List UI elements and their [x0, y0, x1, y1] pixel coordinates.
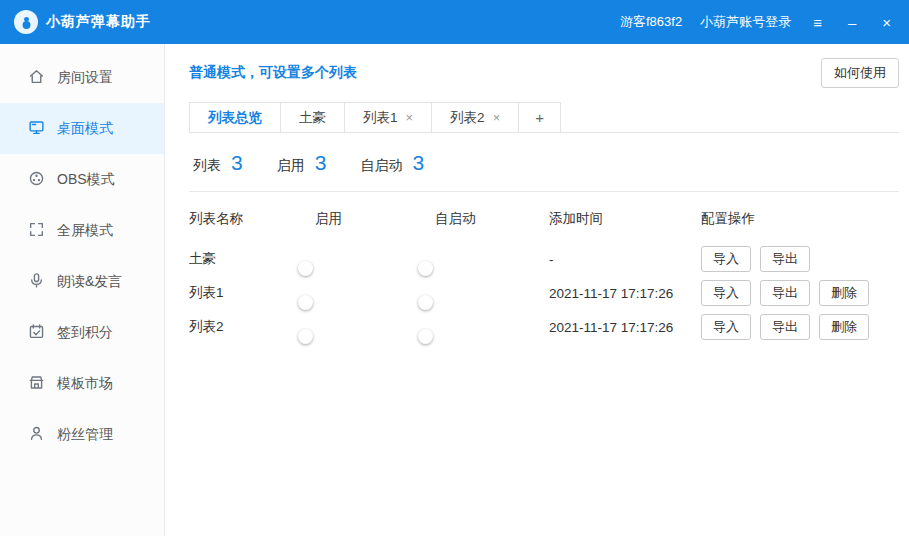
added-time: 2021-11-17 17:17:26 — [549, 320, 701, 335]
how-to-use-button[interactable]: 如何使用 — [821, 58, 899, 88]
export-button[interactable]: 导出 — [760, 246, 810, 272]
list-tabbar: 列表总览 土豪 列表1 × 列表2 × + — [189, 102, 899, 133]
shop-icon — [28, 374, 45, 394]
sidebar-item-label: OBS模式 — [57, 171, 115, 189]
column-header-enabled: 启用 — [315, 210, 435, 228]
sidebar: 房间设置 桌面模式 OBS模式 — [0, 44, 165, 536]
column-header-actions: 配置操作 — [701, 210, 899, 228]
added-time: - — [549, 252, 701, 267]
list-name: 列表2 — [189, 318, 315, 336]
sidebar-item-checkin-points[interactable]: 签到积分 — [0, 307, 164, 358]
titlebar: 小葫芦弹幕助手 游客f863f2 小葫芦账号登录 ≡ – × — [0, 0, 909, 44]
export-button[interactable]: 导出 — [760, 314, 810, 340]
import-button[interactable]: 导入 — [701, 314, 751, 340]
table-row: 列表2 2021-11-17 17:17:26 导入 导出 删除 — [189, 310, 899, 344]
sidebar-item-fullscreen-mode[interactable]: 全屏模式 — [0, 205, 164, 256]
tab-list-overview[interactable]: 列表总览 — [189, 102, 281, 132]
table-row: 土豪 - 导入 导出 — [189, 242, 899, 276]
sidebar-item-obs-mode[interactable]: OBS模式 — [0, 154, 164, 205]
app-title: 小葫芦弹幕助手 — [46, 13, 151, 31]
tab-close-icon[interactable]: × — [406, 110, 414, 125]
tab-list1[interactable]: 列表1 × — [344, 102, 432, 132]
export-button[interactable]: 导出 — [760, 280, 810, 306]
sidebar-item-speech[interactable]: 朗读&发言 — [0, 256, 164, 307]
list-name: 土豪 — [189, 250, 315, 268]
sidebar-item-desktop-mode[interactable]: 桌面模式 — [0, 103, 164, 154]
desktop-icon — [28, 119, 45, 139]
stat-autostart: 自启动 3 — [360, 151, 424, 175]
lists-table: 列表名称 启用 自启动 添加时间 配置操作 土豪 - 导入 导出 列表1 — [189, 196, 899, 344]
added-time: 2021-11-17 17:17:26 — [549, 286, 701, 301]
sidebar-item-fans-management[interactable]: 粉丝管理 — [0, 409, 164, 460]
delete-button[interactable]: 删除 — [819, 280, 869, 306]
obs-icon — [28, 170, 45, 190]
sidebar-item-label: 桌面模式 — [57, 120, 113, 138]
stats-bar: 列表 3 启用 3 自启动 3 — [189, 133, 899, 192]
stat-value: 3 — [412, 151, 424, 175]
home-icon — [28, 68, 45, 88]
sidebar-item-room-settings[interactable]: 房间设置 — [0, 52, 164, 103]
plus-icon: + — [535, 109, 544, 126]
column-header-added-time: 添加时间 — [549, 210, 701, 228]
import-button[interactable]: 导入 — [701, 280, 751, 306]
add-tab-button[interactable]: + — [518, 102, 561, 132]
tab-tuhao[interactable]: 土豪 — [280, 102, 345, 132]
app-logo-icon — [14, 10, 38, 34]
stat-lists: 列表 3 — [193, 151, 243, 175]
sidebar-item-label: 房间设置 — [57, 69, 113, 87]
sidebar-item-label: 粉丝管理 — [57, 426, 113, 444]
fullscreen-icon — [28, 221, 45, 241]
tab-label: 土豪 — [299, 109, 326, 127]
mic-icon — [28, 272, 45, 292]
table-row: 列表1 2021-11-17 17:17:26 导入 导出 删除 — [189, 276, 899, 310]
column-header-name: 列表名称 — [189, 210, 315, 228]
account-login-link[interactable]: 小葫芦账号登录 — [700, 13, 791, 31]
fans-icon — [28, 425, 45, 445]
stat-enabled: 启用 3 — [277, 151, 327, 175]
sidebar-item-label: 朗读&发言 — [57, 273, 122, 291]
tab-list2[interactable]: 列表2 × — [431, 102, 519, 132]
checkin-icon — [28, 323, 45, 343]
stat-label: 列表 — [193, 157, 221, 175]
tab-label: 列表1 — [363, 109, 398, 127]
minimize-icon[interactable]: – — [844, 13, 860, 32]
list-name: 列表1 — [189, 284, 315, 302]
close-icon[interactable]: × — [878, 13, 895, 32]
stat-value: 3 — [231, 151, 243, 175]
sidebar-item-label: 全屏模式 — [57, 222, 113, 240]
stat-value: 3 — [315, 151, 327, 175]
sidebar-item-label: 模板市场 — [57, 375, 113, 393]
tab-label: 列表2 — [450, 109, 485, 127]
sidebar-item-label: 签到积分 — [57, 324, 113, 342]
guest-id-label[interactable]: 游客f863f2 — [620, 13, 682, 31]
stat-label: 启用 — [277, 157, 305, 175]
main-content: 普通模式，可设置多个列表 如何使用 列表总览 土豪 列表1 × 列表2 × + — [165, 44, 909, 536]
column-header-autostart: 自启动 — [435, 210, 549, 228]
menu-icon[interactable]: ≡ — [809, 13, 826, 32]
stat-label: 自启动 — [360, 157, 402, 175]
table-header-row: 列表名称 启用 自启动 添加时间 配置操作 — [189, 196, 899, 242]
delete-button[interactable]: 删除 — [819, 314, 869, 340]
sidebar-item-template-market[interactable]: 模板市场 — [0, 358, 164, 409]
page-title: 普通模式，可设置多个列表 — [189, 64, 357, 82]
tab-close-icon[interactable]: × — [493, 110, 501, 125]
import-button[interactable]: 导入 — [701, 246, 751, 272]
tab-label: 列表总览 — [208, 109, 262, 127]
